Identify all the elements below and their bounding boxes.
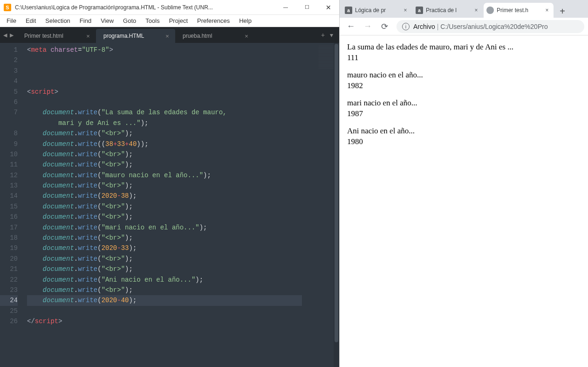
line-number: 14	[0, 191, 18, 201]
code-line[interactable]	[27, 55, 302, 65]
code-line[interactable]	[27, 76, 302, 86]
code-line[interactable]: document.write("<br>");	[27, 212, 302, 222]
line-number-gutter: 1234567 89101112131415161718192021222324…	[0, 43, 23, 367]
code-line[interactable]: document.write("Ani nacio en el año...")…	[27, 275, 302, 285]
code-line[interactable]: document.write("<br>");	[27, 180, 302, 191]
sublime-titlebar[interactable]: S C:\Users\anius\Logica de Programación\…	[0, 0, 339, 15]
address-bar[interactable]: i Archivo | C:/Users/anius/Logica%20de%2…	[397, 20, 584, 33]
code-line[interactable]: document.write("<br>");	[27, 264, 302, 274]
code-editor[interactable]: 1234567 89101112131415161718192021222324…	[0, 43, 339, 367]
maximize-button[interactable]	[296, 0, 318, 15]
code-line[interactable]: document.write((38+33+40));	[27, 139, 302, 149]
menu-preferences[interactable]: Preferences	[192, 16, 234, 26]
code-line[interactable]: document.write("<br>");	[27, 201, 302, 212]
url-path: C:/Users/anius/Logica%20de%20Pro	[440, 23, 547, 30]
tab-back-icon[interactable]: ◀	[2, 32, 8, 38]
code-line[interactable]: document.write("<br>");	[27, 128, 302, 138]
output-value: 111	[347, 53, 358, 62]
code-line[interactable]: document.write("<br>");	[27, 159, 302, 170]
menu-project[interactable]: Project	[164, 16, 192, 26]
line-number: 26	[0, 316, 18, 326]
close-tab-icon[interactable]: ×	[85, 33, 91, 39]
code-line[interactable]: document.write("<br>");	[27, 285, 302, 295]
code-line[interactable]: document.write(2020-33);	[27, 243, 302, 253]
code-line[interactable]: document.write(2020-38);	[27, 191, 302, 201]
tab-forward-icon[interactable]: ▶	[8, 32, 15, 38]
chrome-tab-primer-test[interactable]: Primer test.h ×	[484, 3, 554, 18]
code-line[interactable]: <script>	[27, 87, 302, 97]
scrollbar-thumb[interactable]	[335, 44, 338, 342]
sublime-menubar: File Edit Selection Find View Goto Tools…	[0, 15, 339, 27]
code-line[interactable]: mari y de Ani es ...");	[27, 118, 302, 128]
line-number: 7	[0, 107, 18, 118]
line-number: 16	[0, 212, 18, 222]
line-number: 25	[0, 306, 18, 316]
minimize-button[interactable]	[275, 0, 296, 15]
code-line[interactable]	[27, 66, 302, 76]
window-controls	[275, 0, 339, 15]
code-line[interactable]	[27, 97, 302, 107]
tab-programa[interactable]: programa.HTML ×	[96, 29, 175, 43]
menu-tools[interactable]: Tools	[141, 16, 164, 26]
chrome-toolbar: ← → ⟳ i Archivo | C:/Users/anius/Logica%…	[340, 18, 588, 35]
output-block-mauro: mauro nacio en el año... 1982	[347, 70, 581, 91]
line-number: 8	[0, 128, 18, 138]
info-icon[interactable]: i	[402, 23, 410, 30]
code-line[interactable]: <meta charset="UTF-8">	[27, 45, 302, 55]
menu-view[interactable]: View	[96, 16, 118, 26]
code-line[interactable]: document.write("<br>");	[27, 254, 302, 264]
code-line[interactable]	[27, 306, 302, 316]
line-number: 3	[0, 66, 18, 76]
menu-goto[interactable]: Goto	[118, 16, 141, 26]
close-tab-icon[interactable]: ×	[243, 33, 250, 39]
window-title: C:\Users\anius\Logica de Programación\pr…	[15, 4, 275, 11]
menu-find[interactable]: Find	[75, 16, 96, 26]
output-value: 1987	[347, 109, 363, 118]
output-block-mari: mari nacio en el año... 1987	[347, 98, 581, 119]
line-number: 6	[0, 97, 18, 107]
code-line[interactable]: </script>	[27, 316, 302, 326]
line-number: 20	[0, 254, 18, 264]
code-line[interactable]: document.write("mauro nacio en el año...…	[27, 170, 302, 180]
close-tab-icon[interactable]: ×	[472, 7, 480, 14]
menu-edit[interactable]: Edit	[21, 16, 41, 26]
favicon-icon: a	[416, 7, 423, 14]
close-tab-icon[interactable]: ×	[543, 7, 551, 14]
code-line[interactable]: document.write("<br>");	[27, 233, 302, 243]
chrome-tab-logica[interactable]: a Lógica de pr ×	[342, 3, 412, 18]
code-line[interactable]: document.write("mari nacio en el año..."…	[27, 222, 302, 233]
code-area[interactable]: <meta charset="UTF-8"> <script> document…	[23, 43, 302, 367]
line-number: 17	[0, 222, 18, 233]
forward-button[interactable]: →	[360, 19, 375, 34]
output-label: mauro nacio en el año...	[347, 70, 423, 79]
line-number: 9	[0, 139, 18, 149]
chrome-tab-practica[interactable]: a Practica de l ×	[413, 3, 483, 18]
menu-file[interactable]: File	[2, 16, 21, 26]
editor-scrollbar[interactable]	[334, 43, 339, 367]
tab-title: Lógica de pr	[355, 7, 402, 14]
code-line[interactable]: document.write("La suma de las edades de…	[27, 107, 302, 118]
back-button[interactable]: ←	[343, 19, 358, 34]
close-button[interactable]	[318, 0, 339, 15]
tab-prueba[interactable]: prueba.html ×	[175, 29, 254, 43]
menu-help[interactable]: Help	[234, 16, 256, 26]
menu-selection[interactable]: Selection	[41, 16, 75, 26]
url-scheme: Archivo	[413, 23, 435, 30]
code-line[interactable]: document.write("<br>");	[27, 149, 302, 159]
tab-dropdown-icon[interactable]: ▾	[327, 31, 335, 39]
favicon-icon: a	[345, 7, 352, 14]
code-line[interactable]: document.write(2020-40);	[27, 295, 302, 305]
reload-button[interactable]: ⟳	[377, 19, 392, 34]
close-tab-icon[interactable]: ×	[402, 7, 409, 14]
close-tab-icon[interactable]: ×	[164, 33, 171, 39]
sublime-text-window: S C:\Users\anius\Logica de Programación\…	[0, 0, 339, 367]
line-number: 23	[0, 285, 18, 295]
output-block-ani: Ani nacio en el año... 1980	[347, 126, 581, 147]
line-number: 2	[0, 55, 18, 65]
tab-primer-test[interactable]: Primer test.html ×	[17, 29, 96, 43]
tab-label: programa.HTML	[103, 33, 144, 39]
line-number: 24	[0, 295, 18, 305]
chrome-window: a Lógica de pr × a Practica de l × Prime…	[339, 0, 588, 367]
new-tab-icon[interactable]: +	[319, 31, 327, 39]
new-tab-button[interactable]: +	[556, 5, 569, 18]
